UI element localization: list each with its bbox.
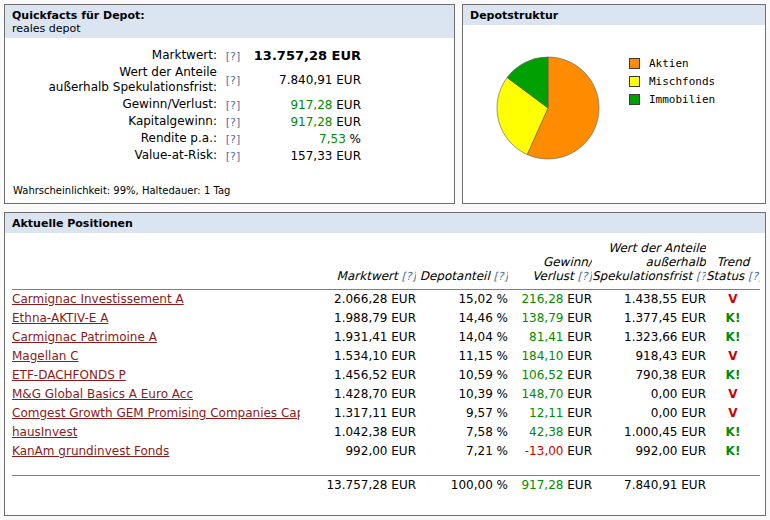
totals-trend-empty [706,475,760,495]
quickfact-help: [?] [217,132,249,146]
wert-ausserhalb-cell: 0,00 EUR [592,385,706,404]
quickfact-row: Rendite p.a.:[?]7,53 % [5,130,454,147]
quickfact-number: 157,33 [290,149,332,163]
marktwert-cell: 1.988,79 EUR [300,309,416,328]
trend-status-value: K! [726,425,741,439]
table-row: KanAm grundinvest Fonds992,00 EUR7,21 %-… [12,442,760,461]
quickfact-value: 157,33 EUR [249,149,361,163]
quickfacts-rows: Marktwert:[?]13.757,28 EURWert der Antei… [5,47,454,164]
totals-gewinn-number: 917,28 [521,478,563,492]
gewinn-number: 42,38 [529,425,563,439]
quickfact-label: Wert der Anteile außerhalb Spekulationsf… [5,65,217,95]
table-row: M&G Global Basics A Euro Acc1.428,70 EUR… [12,385,760,404]
gewinn-number: 106,52 [521,368,563,382]
help-link[interactable]: [?] [226,99,240,112]
legend-swatch-immobilien [629,94,640,105]
depotanteil-cell: 7,58 % [416,423,508,442]
quickfact-number: 917,28 [290,98,332,112]
help-link[interactable]: [?] [748,270,760,283]
help-link[interactable]: [?] [402,270,416,283]
quickfact-help: [?] [217,49,249,63]
value-at-risk-footnote: Wahrscheinlichkeit: 99%, Haltedauer: 1 T… [13,185,230,196]
quickfacts-subtitle: reales depot [12,22,447,35]
legend-swatch-mischfonds [629,76,640,87]
quickfacts-title: Quickfacts für Depot: [12,9,447,22]
quickfact-label: Marktwert: [5,48,217,63]
help-link[interactable]: [?] [696,270,706,283]
marktwert-cell: 1.456,52 EUR [300,366,416,385]
positions-table-body: Carmignac Investissement A2.066,28 EUR15… [12,290,760,495]
trend-status-cell: K! [706,328,760,347]
quickfact-help: [?] [217,115,249,129]
trend-status-value: V [728,406,737,420]
marktwert-cell: 1.931,41 EUR [300,328,416,347]
trend-status-value: K! [726,330,741,344]
position-link[interactable]: Magellan C [12,349,79,363]
help-link[interactable]: [?] [226,133,240,146]
depot-structure-header: Depotstruktur [463,5,765,25]
gewinn-number: 184,10 [521,349,563,363]
totals-wert-ausserhalb: 7.840,91 EUR [592,475,706,495]
trend-status-cell: K! [706,366,760,385]
quickfact-label: Value-at-Risk: [5,148,217,163]
quickfact-help: [?] [217,149,249,163]
wert-ausserhalb-cell: 0,00 EUR [592,404,706,423]
trend-status-cell: V [706,404,760,423]
depotanteil-cell: 10,59 % [416,366,508,385]
legend-swatch-aktien [629,58,640,69]
help-link[interactable]: [?] [494,270,508,283]
position-link[interactable]: Carmignac Patrimoine A [12,330,157,344]
marktwert-cell: 2.066,28 EUR [300,290,416,310]
gewinn-verlust-cell: 138,79 EUR [508,309,592,328]
help-link[interactable]: [?] [226,50,240,63]
wert-ausserhalb-cell: 992,00 EUR [592,442,706,461]
positions-header: Aktuelle Positionen [5,213,765,233]
totals-marktwert: 13.757,28 EUR [300,475,416,495]
help-link[interactable]: [?] [226,116,240,129]
position-link[interactable]: KanAm grundinvest Fonds [12,444,169,458]
trend-status-value: K! [726,444,741,458]
wert-ausserhalb-cell: 790,38 EUR [592,366,706,385]
legend-item-immobilien: Immobilien [629,93,715,106]
spacer-cell [12,461,760,475]
table-row: ETF-DACHFONDS P1.456,52 EUR10,59 %106,52… [12,366,760,385]
position-link[interactable]: Ethna-AKTIV-E A [12,311,108,325]
trend-status-cell: V [706,347,760,366]
marktwert-cell: 1.428,70 EUR [300,385,416,404]
column-header-wert: Wert der AnteileaußerhalbSpekulationsfri… [592,239,706,290]
quickfact-number: 917,28 [290,115,332,129]
depotanteil-cell: 11,15 % [416,347,508,366]
position-link[interactable]: hausInvest [12,425,77,439]
trend-status-value: V [728,292,737,306]
gewinn-number: 12,11 [529,406,563,420]
help-link[interactable]: [?] [226,150,240,163]
depotanteil-cell: 15,02 % [416,290,508,310]
quickfact-row: Gewinn/Verlust:[?]917,28 EUR [5,96,454,113]
position-link[interactable]: Comgest Growth GEM Promising Companies C… [12,406,300,420]
column-header-marktwert: Marktwert [?] [300,239,416,290]
trend-status-value: V [728,387,737,401]
table-header-row: Marktwert [?]Depotanteil [?]Gewinn/Verlu… [12,239,760,290]
pie-legend: AktienMischfondsImmobilien [629,57,715,111]
positions-table-head: Marktwert [?]Depotanteil [?]Gewinn/Verlu… [12,239,760,290]
trend-status-value: K! [726,311,741,325]
gewinn-verlust-cell: 81,41 EUR [508,328,592,347]
gewinn-verlust-cell: 12,11 EUR [508,404,592,423]
depotanteil-cell: 14,04 % [416,328,508,347]
marktwert-cell: 1.534,10 EUR [300,347,416,366]
quickfact-value: 917,28 EUR [249,98,361,112]
wert-ausserhalb-cell: 918,43 EUR [592,347,706,366]
column-header-trend: TrendStatus [?] [706,239,760,290]
position-link[interactable]: M&G Global Basics A Euro Acc [12,387,193,401]
help-link[interactable]: [?] [578,270,592,283]
quickfact-help: [?] [217,98,249,112]
table-row: Carmignac Patrimoine A1.931,41 EUR14,04 … [12,328,760,347]
wert-ausserhalb-cell: 1.438,55 EUR [592,290,706,310]
position-link[interactable]: ETF-DACHFONDS P [12,368,126,382]
quickfact-value: 917,28 EUR [249,115,361,129]
legend-item-mischfonds: Mischfonds [629,75,715,88]
position-link[interactable]: Carmignac Investissement A [12,292,184,306]
quickfact-row: Value-at-Risk:[?]157,33 EUR [5,147,454,164]
help-link[interactable]: [?] [226,74,240,87]
quickfact-row: Kapitalgewinn:[?]917,28 EUR [5,113,454,130]
